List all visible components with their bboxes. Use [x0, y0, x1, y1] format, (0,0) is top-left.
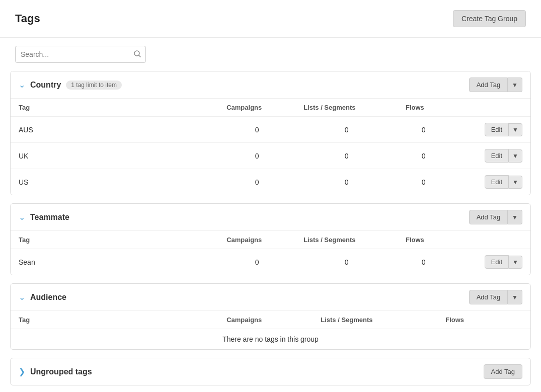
empty-row-audience: There are no tags in this group: [11, 329, 530, 350]
edit-button[interactable]: Edit: [485, 255, 509, 269]
cell-segments: 0: [295, 143, 398, 169]
group-name-teammate: Teammate: [30, 213, 69, 222]
add-tag-button-audience[interactable]: Add Tag: [469, 290, 508, 304]
chevron-down-icon-teammate[interactable]: ⌄: [19, 212, 25, 222]
table-header-row-audience: Tag Campaigns Lists / Segments Flows: [11, 311, 530, 329]
cell-actions: Edit▼: [449, 169, 530, 195]
group-actions-teammate: Add Tag ▼: [469, 210, 522, 224]
cell-actions: Edit▼: [449, 249, 530, 275]
search-wrapper: [15, 46, 146, 63]
group-actions-country: Add Tag ▼: [469, 77, 522, 92]
col-header-tag-audience: Tag: [11, 311, 218, 329]
col-header-flows-country: Flows: [398, 99, 449, 117]
table-header-row-country: Tag Campaigns Lists / Segments Flows: [11, 99, 530, 117]
col-header-flows-teammate: Flows: [398, 231, 449, 249]
cell-flows: 0: [398, 143, 449, 169]
edit-button[interactable]: Edit: [485, 123, 509, 136]
edit-dropdown-button[interactable]: ▼: [509, 123, 522, 136]
add-tag-dropdown-country[interactable]: ▼: [508, 77, 522, 92]
cell-tag: Sean: [11, 249, 218, 275]
col-header-actions-country: [449, 99, 530, 117]
col-header-actions-audience: [501, 311, 530, 329]
add-tag-dropdown-audience[interactable]: ▼: [508, 290, 522, 304]
search-icon-button[interactable]: [129, 47, 145, 62]
group-badge-country: 1 tag limit to item: [66, 81, 122, 90]
edit-button[interactable]: Edit: [485, 149, 509, 163]
ungrouped-name: Ungrouped tags: [30, 367, 92, 376]
cell-campaigns: 0: [218, 117, 295, 143]
svg-line-1: [139, 55, 141, 57]
group-header-left-country: ⌄ Country 1 tag limit to item: [19, 80, 122, 90]
group-card-teammate: ⌄ Teammate Add Tag ▼ Tag Campaigns Lists…: [10, 203, 531, 275]
search-input[interactable]: [16, 46, 129, 62]
col-header-tag-country: Tag: [11, 99, 218, 117]
col-header-segments-teammate: Lists / Segments: [295, 231, 398, 249]
col-header-segments-audience: Lists / Segments: [313, 311, 437, 329]
chevron-down-icon-country[interactable]: ⌄: [19, 80, 25, 90]
chevron-right-icon-ungrouped[interactable]: ❯: [19, 367, 25, 376]
ungrouped-header: ❯ Ungrouped tags Add Tag: [11, 358, 530, 385]
group-header-teammate: ⌄ Teammate Add Tag ▼: [11, 204, 530, 230]
content-area: ⌄ Country 1 tag limit to item Add Tag ▼ …: [0, 71, 541, 392]
add-tag-button-teammate[interactable]: Add Tag: [469, 210, 508, 224]
group-card-audience: ⌄ Audience Add Tag ▼ Tag Campaigns Lists…: [10, 283, 531, 350]
col-header-tag-teammate: Tag: [11, 231, 218, 249]
table-row: AUS 0 0 0 Edit▼: [11, 117, 530, 143]
col-header-flows-audience: Flows: [437, 311, 501, 329]
group-header-country: ⌄ Country 1 tag limit to item Add Tag ▼: [11, 71, 530, 98]
add-tag-button-country[interactable]: Add Tag: [469, 77, 508, 92]
table-row: Sean 0 0 0 Edit▼: [11, 249, 530, 275]
ungrouped-header-left: ❯ Ungrouped tags: [19, 367, 92, 376]
group-name-country: Country: [30, 81, 61, 90]
empty-message-audience: There are no tags in this group: [11, 329, 530, 350]
page-title: Tags: [15, 12, 40, 25]
create-tag-group-button[interactable]: Create Tag Group: [453, 10, 526, 27]
cell-tag: US: [11, 169, 218, 195]
cell-campaigns: 0: [218, 249, 295, 275]
edit-button[interactable]: Edit: [485, 175, 509, 189]
cell-campaigns: 0: [218, 143, 295, 169]
cell-segments: 0: [295, 117, 398, 143]
group-header-left-audience: ⌄ Audience: [19, 292, 66, 302]
ungrouped-section: ❯ Ungrouped tags Add Tag: [10, 358, 531, 385]
search-section: [0, 38, 541, 71]
col-header-campaigns-country: Campaigns: [218, 99, 295, 117]
page-header: Tags Create Tag Group: [0, 0, 541, 38]
cell-flows: 0: [398, 169, 449, 195]
cell-tag: AUS: [11, 117, 218, 143]
group-card-country: ⌄ Country 1 tag limit to item Add Tag ▼ …: [10, 71, 531, 195]
group-actions-audience: Add Tag ▼: [469, 290, 522, 304]
cell-actions: Edit▼: [449, 117, 530, 143]
col-header-campaigns-audience: Campaigns: [218, 311, 313, 329]
col-header-segments-country: Lists / Segments: [295, 99, 398, 117]
edit-dropdown-button[interactable]: ▼: [509, 149, 522, 163]
search-icon: [133, 50, 141, 58]
add-tag-dropdown-teammate[interactable]: ▼: [508, 210, 522, 224]
group-name-audience: Audience: [30, 293, 66, 302]
table-row: UK 0 0 0 Edit▼: [11, 143, 530, 169]
chevron-down-icon-audience[interactable]: ⌄: [19, 292, 25, 302]
table-row: US 0 0 0 Edit▼: [11, 169, 530, 195]
group-header-left-teammate: ⌄ Teammate: [19, 212, 69, 222]
add-tag-button-ungrouped[interactable]: Add Tag: [484, 364, 522, 379]
cell-segments: 0: [295, 169, 398, 195]
tags-table-teammate: Tag Campaigns Lists / Segments Flows Sea…: [11, 230, 530, 275]
cell-tag: UK: [11, 143, 218, 169]
edit-dropdown-button[interactable]: ▼: [509, 256, 522, 269]
cell-campaigns: 0: [218, 169, 295, 195]
group-header-audience: ⌄ Audience Add Tag ▼: [11, 284, 530, 310]
cell-flows: 0: [398, 117, 449, 143]
cell-segments: 0: [295, 249, 398, 275]
tags-table-audience: Tag Campaigns Lists / Segments Flows The…: [11, 310, 530, 349]
table-header-row-teammate: Tag Campaigns Lists / Segments Flows: [11, 231, 530, 249]
col-header-campaigns-teammate: Campaigns: [218, 231, 295, 249]
edit-dropdown-button[interactable]: ▼: [509, 176, 522, 189]
cell-actions: Edit▼: [449, 143, 530, 169]
col-header-actions-teammate: [449, 231, 530, 249]
tags-table-country: Tag Campaigns Lists / Segments Flows AUS…: [11, 98, 530, 195]
cell-flows: 0: [398, 249, 449, 275]
